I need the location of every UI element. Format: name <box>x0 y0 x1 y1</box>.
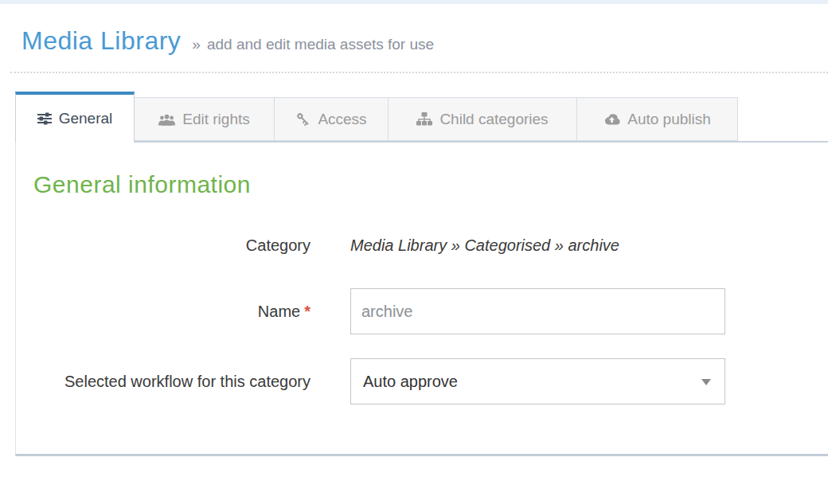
users-icon <box>158 113 175 126</box>
tab-content-panel: General information Category Media Libra… <box>15 141 828 456</box>
page-title: Media Library <box>21 26 181 56</box>
header-divider <box>10 72 828 73</box>
page-header: Media Library »add and edit media assets… <box>0 4 828 56</box>
workflow-row: Selected workflow for this category Auto… <box>16 358 828 404</box>
tab-access[interactable]: Access <box>274 97 389 141</box>
name-label: Name* <box>16 288 310 322</box>
tab-child-categories[interactable]: Child categories <box>388 97 577 141</box>
section-heading: General information <box>33 171 828 198</box>
name-label-text: Name <box>258 303 300 320</box>
cloud-upload-icon <box>603 113 620 126</box>
category-row: Category Media Library » Categorised » a… <box>16 235 828 256</box>
breadcrumb-separator: » <box>192 36 201 53</box>
workflow-label: Selected workflow for this category <box>40 358 310 396</box>
tab-child-categories-label: Child categories <box>439 111 548 128</box>
general-info-form: Category Media Library » Categorised » a… <box>16 235 828 404</box>
required-asterisk: * <box>304 303 310 320</box>
tab-auto-publish[interactable]: Auto publish <box>576 97 738 141</box>
tab-bar: General Edit rights Access <box>0 92 828 141</box>
sitemap-icon <box>416 112 432 126</box>
key-icon <box>295 111 310 127</box>
tab-access-label: Access <box>318 111 366 128</box>
workflow-select[interactable]: Auto approve <box>350 358 725 404</box>
tab-auto-publish-label: Auto publish <box>627 111 711 128</box>
name-input[interactable] <box>350 288 725 334</box>
workflow-selected-value: Auto approve <box>363 373 458 390</box>
sliders-icon <box>37 112 52 125</box>
name-row: Name* <box>16 288 828 334</box>
tab-edit-rights[interactable]: Edit rights <box>134 97 275 141</box>
chevron-down-icon <box>701 379 711 385</box>
category-breadcrumb-value: Media Library » Categorised » archive <box>350 235 619 256</box>
page-subtitle-text: add and edit media assets for use <box>207 36 434 53</box>
page-subtitle: »add and edit media assets for use <box>192 36 434 53</box>
tab-edit-rights-label: Edit rights <box>182 111 249 128</box>
category-label: Category <box>16 235 310 256</box>
tab-general[interactable]: General <box>15 92 135 143</box>
tab-general-label: General <box>59 110 113 127</box>
